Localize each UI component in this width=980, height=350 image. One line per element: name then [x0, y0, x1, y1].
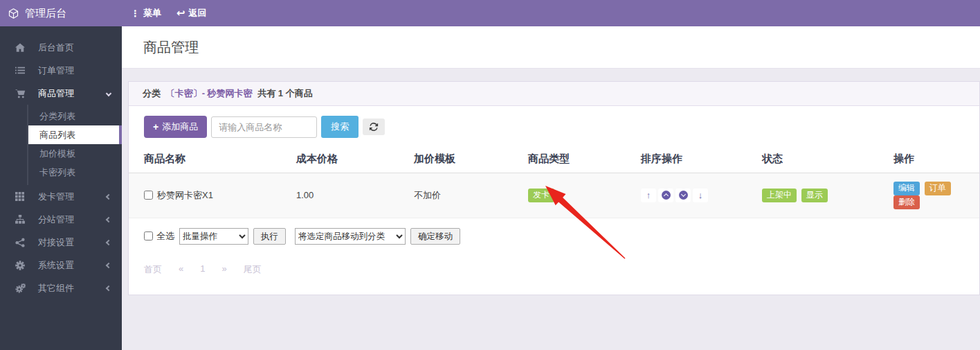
status-badge-visible[interactable]: 显示: [801, 189, 828, 202]
chevron-left-icon: [106, 216, 111, 222]
table-header: 商品名称 成本价格 加价模板 商品类型 排序操作 状态 操作: [129, 142, 979, 173]
brand-title: 管理后台: [25, 7, 66, 20]
sidebar: 后台首页 订单管理 商品管理 分类列表 商品列表 加价模板: [0, 26, 122, 350]
back-arrow-icon: ↩: [176, 7, 185, 19]
move-category-select[interactable]: 将选定商品移动到分类: [295, 228, 406, 245]
topbar: 管理后台 ⋮ 菜单 ↩ 返回: [0, 0, 980, 26]
chevron-down-icon: [106, 90, 111, 96]
product-type-badge: 发卡: [528, 189, 554, 202]
back-label: 返回: [189, 7, 207, 19]
chevron-left-icon: [106, 262, 111, 268]
col-markup-template: 加价模板: [414, 152, 528, 166]
arrow-down-icon: ↓: [698, 191, 703, 200]
col-product-type: 商品类型: [528, 152, 641, 166]
refresh-icon: [369, 122, 379, 132]
cube-logo-icon: [8, 8, 19, 19]
brand[interactable]: 管理后台: [0, 0, 122, 26]
search-input[interactable]: [211, 116, 317, 138]
sidebar-subitem-product-list[interactable]: 商品列表: [28, 125, 122, 144]
table-row: 秒赞网卡密X1 1.00 不加价 发卡 ↑: [129, 173, 979, 218]
product-count: 共有 1 个商品: [257, 88, 312, 98]
circle-up-icon: [662, 191, 671, 200]
page-prev[interactable]: «: [179, 263, 183, 276]
arrow-up-icon: ↑: [646, 191, 651, 200]
share-icon: [15, 238, 30, 247]
menu-toggle[interactable]: ⋮ 菜单: [131, 7, 161, 19]
sidebar-item-substations[interactable]: 分站管理: [0, 208, 122, 231]
product-panel: 分类 〔卡密〕- 秒赞网卡密 共有 1 个商品 + 添加商品 搜索: [128, 81, 980, 295]
products-submenu: 分类列表 商品列表 加价模板 卡密列表: [0, 105, 122, 185]
bulk-action-select[interactable]: 批量操作: [179, 228, 248, 245]
product-name: 秒赞网卡密X1: [157, 189, 213, 202]
chevron-left-icon: [106, 239, 111, 245]
panel-heading: 分类 〔卡密〕- 秒赞网卡密 共有 1 个商品: [129, 82, 979, 106]
sidebar-subitem-markup-templates[interactable]: 加价模板: [0, 144, 122, 163]
confirm-move-button[interactable]: 确定移动: [410, 228, 460, 245]
col-status: 状态: [762, 152, 893, 166]
sidebar-item-products[interactable]: 商品管理: [0, 82, 122, 105]
cart-icon: [15, 89, 30, 98]
order-button[interactable]: 订单: [925, 182, 951, 195]
sidebar-subitem-categories[interactable]: 分类列表: [0, 107, 122, 125]
page-last[interactable]: 尾页: [244, 263, 262, 276]
list-icon: [15, 66, 30, 75]
sidebar-subitem-card-list[interactable]: 卡密列表: [0, 163, 122, 182]
sitemap-icon: [15, 215, 30, 224]
search-button[interactable]: 搜索: [321, 116, 359, 138]
execute-button[interactable]: 执行: [253, 228, 286, 245]
delete-button[interactable]: 删除: [893, 195, 920, 209]
category-link[interactable]: 〔卡密〕- 秒赞网卡密: [166, 88, 253, 98]
sort-top-button[interactable]: ↑: [641, 189, 656, 202]
col-operations: 操作: [893, 152, 964, 166]
sidebar-item-system-settings[interactable]: 系统设置: [0, 254, 122, 277]
status-badge-onsale[interactable]: 上架中: [762, 189, 797, 202]
page-header: 商品管理: [122, 26, 980, 69]
grid-icon: [15, 192, 30, 201]
topnav: ⋮ 菜单 ↩ 返回: [122, 0, 207, 26]
col-sort-actions: 排序操作: [641, 152, 762, 166]
home-icon: [15, 43, 30, 52]
batch-operations: 全选 批量操作 执行 将选定商品移动到分类 确定移动: [129, 228, 979, 245]
cogs-icon: [15, 283, 30, 293]
plus-icon: +: [153, 121, 158, 132]
row-checkbox[interactable]: [144, 191, 153, 200]
chevron-left-icon: [106, 193, 111, 199]
page-first[interactable]: 首页: [144, 263, 162, 276]
status-cell: 上架中 显示: [762, 189, 893, 202]
sidebar-item-card-issuing[interactable]: 发卡管理: [0, 185, 122, 208]
operations-cell: 编辑 订单 删除: [893, 182, 964, 209]
sidebar-item-other-components[interactable]: 其它组件: [0, 277, 122, 299]
sort-bottom-button[interactable]: ↓: [693, 189, 708, 202]
menu-label: 菜单: [143, 7, 161, 19]
col-cost-price: 成本价格: [296, 152, 414, 166]
sort-controls: ↑ ↓: [641, 189, 762, 202]
sidebar-item-orders[interactable]: 订单管理: [0, 59, 122, 82]
pagination: 首页 « 1 » 尾页: [129, 263, 979, 276]
col-product-name: 商品名称: [144, 152, 296, 166]
main-content: 商品管理 分类 〔卡密〕- 秒赞网卡密 共有 1 个商品 + 添加商品 搜索: [122, 26, 980, 350]
circle-down-icon: [679, 191, 688, 200]
select-all-label: 全选: [144, 230, 174, 243]
sidebar-item-home[interactable]: 后台首页: [0, 36, 122, 59]
edit-button[interactable]: 编辑: [893, 182, 920, 195]
toolbar: + 添加商品 搜索: [129, 116, 979, 138]
refresh-button[interactable]: [363, 119, 385, 135]
chevron-left-icon: [106, 285, 111, 290]
markup-template: 不加价: [414, 189, 528, 202]
gear-icon: [15, 261, 30, 270]
page-number[interactable]: 1: [200, 263, 205, 276]
sort-up-button[interactable]: [658, 189, 673, 202]
add-product-button[interactable]: + 添加商品: [144, 116, 207, 138]
menu-dots-icon: ⋮: [131, 8, 140, 19]
sidebar-item-docking-settings[interactable]: 对接设置: [0, 231, 122, 254]
category-prefix: 分类: [143, 88, 161, 98]
cost-price: 1.00: [296, 190, 414, 200]
page-title: 商品管理: [143, 38, 980, 57]
back-link[interactable]: ↩ 返回: [176, 7, 207, 19]
page-next[interactable]: »: [221, 263, 226, 276]
sort-down-button[interactable]: [675, 189, 691, 202]
select-all-checkbox[interactable]: [144, 231, 153, 240]
